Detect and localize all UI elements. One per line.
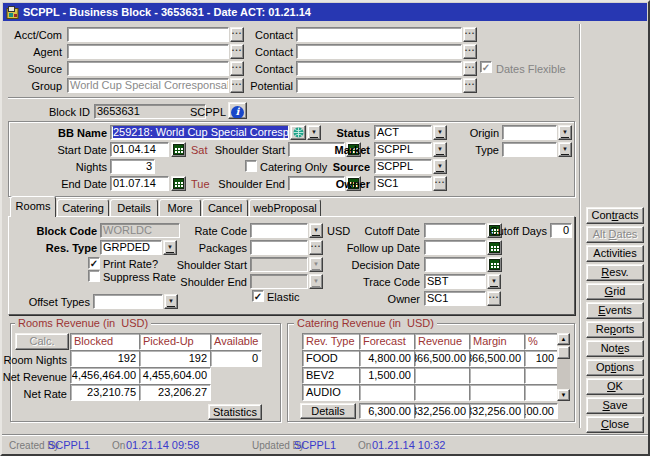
rooms-owner-field[interactable]: SC1 (424, 291, 486, 306)
contact3-lookup-button[interactable] (463, 61, 477, 76)
end-date-calendar-button[interactable] (171, 176, 186, 191)
decision-date-label: Decision Date (332, 259, 420, 272)
nights-field[interactable]: 3 (110, 159, 155, 174)
dates-flexible-checkbox[interactable] (480, 61, 492, 73)
scroll-down-icon[interactable]: ▼ (557, 389, 570, 401)
elastic-checkbox[interactable] (252, 290, 264, 302)
catering-row-type[interactable]: AUDIO (302, 384, 360, 401)
source-field[interactable] (67, 61, 229, 76)
property-info-button[interactable]: i (228, 102, 247, 119)
end-date-field[interactable]: 01.07.14 (110, 176, 169, 191)
catering-total-pct: 100.00 (524, 403, 558, 419)
status-field[interactable]: ACT (374, 125, 432, 140)
tab-rooms[interactable]: Rooms (10, 196, 56, 217)
tab-details[interactable]: Details (110, 199, 158, 216)
bb-source-field[interactable]: SCPPL (374, 159, 432, 174)
start-date-field[interactable]: 01.04.14 (110, 142, 169, 157)
catering-row-pct[interactable] (524, 384, 558, 401)
notes-button[interactable]: Notes (586, 340, 644, 357)
contact3-field[interactable] (296, 61, 462, 76)
contracts-button[interactable]: Contracts (586, 207, 644, 224)
details-button[interactable]: Details (300, 403, 356, 419)
reports-button[interactable]: Reports (586, 321, 644, 338)
catering-row-forecast[interactable]: 1,500.00 (359, 367, 415, 384)
market-field[interactable]: SCPPL (374, 142, 432, 157)
offset-types-lov-button[interactable] (164, 294, 178, 309)
catering-row-type[interactable]: BEV2 (302, 367, 360, 384)
catering-col-pct: % (524, 333, 558, 350)
activities-button[interactable]: Activities (586, 245, 644, 262)
print-rate-checkbox[interactable] (88, 257, 100, 269)
catering-scrollbar[interactable]: ▲ ▼ (557, 333, 570, 401)
tab-webproposal[interactable]: webProposal (249, 199, 321, 216)
offset-types-field[interactable] (93, 294, 163, 309)
origin-lov-button[interactable] (558, 125, 572, 140)
events-button[interactable]: Events (586, 302, 644, 319)
contact1-field[interactable] (296, 27, 462, 42)
catering-row-pct[interactable]: 100 (524, 350, 558, 367)
decision-date-calendar-button[interactable] (487, 257, 502, 272)
resv-button[interactable]: Resv. (586, 264, 644, 281)
potential-label: Potential (242, 80, 293, 93)
ok-button[interactable]: OK (586, 378, 644, 395)
rooms-owner-lookup-button[interactable] (487, 291, 501, 306)
contact2-field[interactable] (296, 44, 462, 59)
catering-row-margin[interactable]: 9,866,500.00 (469, 350, 525, 367)
catering-row-forecast[interactable]: 4,800.00 (359, 350, 415, 367)
scroll-up-icon[interactable]: ▲ (557, 333, 570, 345)
follow-up-date-calendar-button[interactable] (487, 240, 502, 255)
catering-row-pct[interactable] (524, 367, 558, 384)
trace-code-lov-button[interactable] (487, 274, 501, 289)
bb-owner-field[interactable]: SC1 (374, 176, 432, 191)
potential-lookup-button[interactable] (463, 78, 477, 93)
trace-code-field[interactable]: SBT (424, 274, 486, 289)
cutoff-date-field[interactable] (424, 223, 486, 238)
catering-row-margin[interactable] (469, 367, 525, 384)
catering-row-revenue[interactable] (414, 367, 470, 384)
grid-button[interactable]: Grid (586, 283, 644, 300)
agent-field[interactable] (67, 44, 229, 59)
bb-name-translate-button[interactable] (290, 125, 306, 140)
contact1-lookup-button[interactable] (463, 27, 477, 42)
catering-only-checkbox[interactable] (245, 160, 257, 172)
follow-up-date-field[interactable] (424, 240, 486, 255)
contact2-lookup-button[interactable] (463, 44, 477, 59)
tab-catering[interactable]: Catering (57, 199, 109, 216)
group-field[interactable]: World Cup Special Corresponsals (67, 78, 229, 93)
res-type-field[interactable]: GRPDED (100, 240, 162, 255)
origin-field[interactable] (502, 125, 557, 140)
catering-row-revenue[interactable] (414, 384, 470, 401)
room-nights-blocked: 192 (70, 350, 140, 367)
options-button[interactable]: Options (586, 359, 644, 376)
save-button[interactable]: Save (586, 397, 644, 414)
updated-on-label: On (358, 439, 371, 452)
potential-field[interactable] (296, 78, 462, 93)
tab-more[interactable]: More (159, 199, 201, 216)
tab-cancel[interactable]: Cancel (202, 199, 248, 216)
close-button[interactable]: Close (586, 416, 644, 433)
bb-owner-lookup-button[interactable] (433, 176, 447, 191)
bb-source-lov-button[interactable] (433, 159, 447, 174)
catering-row-type[interactable]: FOOD (302, 350, 360, 367)
decision-date-field[interactable] (424, 257, 486, 272)
catering-row-forecast[interactable] (359, 384, 415, 401)
suppress-rate-checkbox[interactable] (88, 270, 100, 282)
catering-row-margin[interactable] (469, 384, 525, 401)
packages-field[interactable] (250, 240, 308, 255)
lov-arrow-icon (312, 275, 320, 287)
title-bar[interactable]: SCPPL - Business Block - 3653631 - Date … (3, 3, 647, 21)
rate-code-lov-button[interactable] (309, 223, 323, 238)
catering-row-revenue[interactable]: 9,866,500.00 (414, 350, 470, 367)
rooms-row-label: Net Revenue (2, 371, 67, 384)
type-field[interactable] (502, 142, 557, 157)
bb-name-field[interactable]: 259218: World Cup Special Corresponsals (110, 125, 289, 140)
rooms-shoulder-end-field (250, 274, 308, 289)
type-lov-button[interactable] (558, 142, 572, 157)
packages-lookup-button[interactable] (309, 240, 323, 255)
acct-com-field[interactable] (67, 27, 229, 42)
rate-code-field[interactable] (250, 223, 308, 238)
cutoff-days-field[interactable]: 0 (550, 223, 572, 238)
scrollbar-thumb[interactable] (557, 346, 570, 359)
start-date-calendar-button[interactable] (171, 142, 186, 157)
statistics-button[interactable]: Statistics (208, 404, 262, 420)
